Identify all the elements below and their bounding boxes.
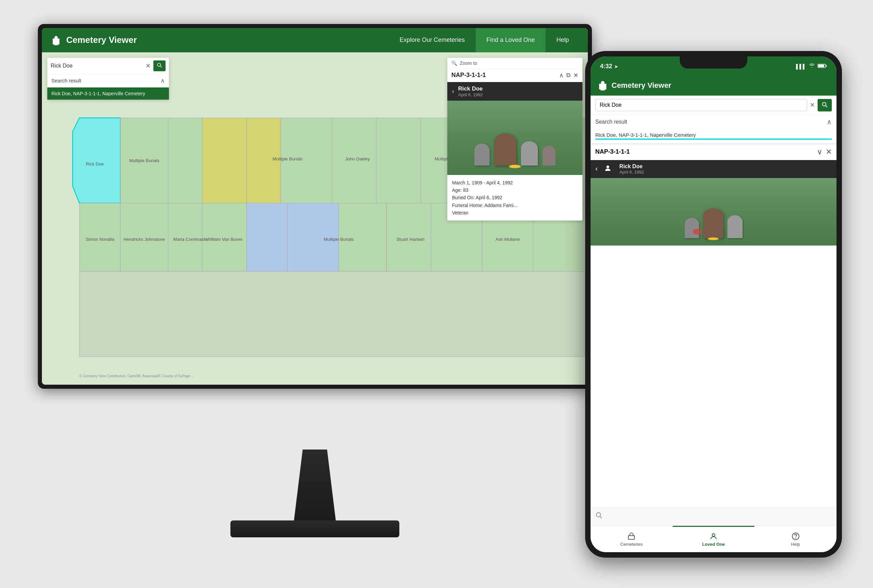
desktop-search-button[interactable] xyxy=(153,60,165,71)
detail-buried: Buried On: April 6, 1992 xyxy=(452,194,578,201)
svg-text:© Cemetery View Contributors, : © Cemetery View Contributors, CartoDB, B… xyxy=(80,374,194,378)
mobile-person-row: ‹ Rick Doe April 6, 1992 xyxy=(591,160,837,178)
mobile-person-prev-button[interactable]: ‹ xyxy=(595,165,598,173)
search-input-row: Rick Doe ✕ xyxy=(47,58,169,74)
svg-line-41 xyxy=(160,66,162,68)
person-date-desktop: April 6, 1992 xyxy=(458,92,578,97)
mobile-phone: 4:32 ➤ ▌▌▌ xyxy=(585,51,842,558)
person-prev-button[interactable]: ‹ xyxy=(452,88,454,95)
mobile-map-search-icon[interactable] xyxy=(595,512,603,521)
mobile-app-header: Cemetery Viewer xyxy=(591,75,837,96)
desktop-search-panel: Rick Doe ✕ Search result ∧ xyxy=(47,58,169,100)
mobile-detail-close-button[interactable]: ✕ xyxy=(826,148,832,156)
svg-rect-19 xyxy=(246,203,287,271)
mobile-nav-help-label: Help xyxy=(791,542,800,547)
desktop-detail-panel: 🔍 Zoom to NAP-3-1-1-1 ∧ ⧉ ✕ xyxy=(447,58,583,221)
svg-rect-47 xyxy=(600,90,605,90)
mobile-app-title: Cemetery Viewer xyxy=(612,81,671,90)
detail-copy-button[interactable]: ⧉ xyxy=(566,72,571,79)
person-name-desktop: Rick Doe xyxy=(458,86,578,92)
grave-scene-desktop xyxy=(447,100,583,175)
svg-text:Hendricks Johnstone: Hendricks Johnstone xyxy=(124,236,165,242)
desktop-search-input[interactable]: Rick Doe xyxy=(51,63,146,69)
zoom-label: Zoom to xyxy=(460,60,477,66)
loved-one-nav-icon xyxy=(709,532,718,540)
mobile-detail-panel: NAP-3-1-1-1 ∨ ✕ ‹ xyxy=(591,144,837,246)
map-container: Rick Doe Multiple Burials Multiple Buria… xyxy=(42,52,588,385)
result-highlight-bar xyxy=(595,138,832,140)
tombstone-icon xyxy=(50,34,62,46)
mobile-nav-loved-one-label: Loved One xyxy=(702,542,725,547)
detail-lot-name: NAP-3-1-1-1 xyxy=(451,72,559,79)
mobile-person-info: Rick Doe April 6, 1992 xyxy=(619,164,644,175)
svg-text:Ash Mullane: Ash Mullane xyxy=(496,236,520,242)
phone-notch xyxy=(680,56,747,69)
svg-point-56 xyxy=(795,538,796,538)
mobile-nav-cemeteries[interactable]: Cemeteries xyxy=(591,526,673,552)
svg-text:John Oakley: John Oakley xyxy=(345,156,370,162)
desktop-monitor: Cemetery Viewer Explore Our Cemeteries F… xyxy=(31,24,599,564)
mobile-nav-help[interactable]: Help xyxy=(754,526,837,552)
location-arrow-icon: ➤ xyxy=(614,64,618,69)
mobile-tombstone-icon xyxy=(597,80,608,91)
phone-screen: 4:32 ➤ ▌▌▌ xyxy=(591,56,837,552)
mobile-detail-down-button[interactable]: ∨ xyxy=(817,148,822,156)
scroll-spacer xyxy=(591,246,837,273)
mobile-nav-cemeteries-label: Cemeteries xyxy=(620,542,643,547)
mobile-results-toggle-icon[interactable]: ∧ xyxy=(827,118,832,126)
cemetery-nav-icon xyxy=(627,532,636,540)
mobile-search-input-row: ✕ xyxy=(591,96,837,115)
monitor-stand xyxy=(284,450,345,524)
mobile-search-input[interactable] xyxy=(595,99,807,111)
mobile-search-button[interactable] xyxy=(817,99,832,111)
detail-age: Age: 83 xyxy=(452,186,578,194)
search-clear-icon[interactable]: ✕ xyxy=(146,62,151,70)
tab-help[interactable]: Help xyxy=(545,28,580,52)
detail-zoom-row: 🔍 Zoom to xyxy=(447,58,583,69)
desktop-person-details: March 1, 1909 - April 4, 1992 Age: 83 Bu… xyxy=(447,175,583,221)
tab-explore-cemeteries[interactable]: Explore Our Cemeteries xyxy=(389,28,476,52)
person-info: Rick Doe April 6, 1992 xyxy=(458,86,578,97)
app-title-desktop: Cemetery Viewer xyxy=(66,35,137,45)
svg-text:Multiple Burials: Multiple Burials xyxy=(129,158,159,163)
mobile-lot-name: NAP-3-1-1-1 xyxy=(595,148,630,155)
detail-actions: ∧ ⧉ ✕ xyxy=(559,72,578,79)
zoom-icon: 🔍 xyxy=(451,60,457,66)
status-time: 4:32 xyxy=(600,63,612,70)
svg-rect-7 xyxy=(202,118,246,203)
detail-close-button[interactable]: ✕ xyxy=(573,72,578,79)
search-toggle-icon[interactable]: ∧ xyxy=(161,77,165,84)
wifi-icon xyxy=(809,63,815,69)
mobile-results-header: Search result ∧ xyxy=(591,115,837,129)
mobile-scroll-area[interactable]: ✕ Search result ∧ Rick Doe, xyxy=(591,96,837,507)
monitor-screen: Cemetery Viewer Explore Our Cemeteries F… xyxy=(42,28,588,385)
svg-marker-4 xyxy=(73,118,120,203)
mobile-nav-loved-one[interactable]: Loved One xyxy=(673,526,755,552)
mobile-results-label: Search result xyxy=(595,119,627,125)
tab-find-loved-one[interactable]: Find a Loved One xyxy=(476,28,545,52)
svg-point-48 xyxy=(822,102,826,106)
desktop-search-result-item[interactable]: Rick Doe, NAP-3-1-1-1, Naperville Cemete… xyxy=(47,87,169,100)
svg-text:Rick Doe: Rick Doe xyxy=(86,162,104,166)
svg-text:Multiple Burials: Multiple Burials xyxy=(273,156,303,162)
detail-up-button[interactable]: ∧ xyxy=(559,72,563,79)
search-results-header: Search result ∧ xyxy=(47,74,169,87)
mobile-detail-actions: ∨ ✕ xyxy=(817,148,832,156)
svg-rect-43 xyxy=(818,65,824,67)
mobile-map-zoom-area xyxy=(591,507,837,525)
svg-rect-0 xyxy=(53,39,59,45)
help-nav-icon xyxy=(792,532,800,540)
detail-title-bar: NAP-3-1-1-1 ∧ ⧉ ✕ xyxy=(447,69,583,82)
mobile-grave-photo xyxy=(591,178,837,246)
search-results-label: Search result xyxy=(51,78,81,83)
battery-icon xyxy=(817,63,827,69)
detail-dates: March 1, 1909 - April 4, 1992 xyxy=(452,179,578,186)
svg-text:William Van Buren: William Van Buren xyxy=(206,236,243,242)
svg-line-52 xyxy=(600,516,602,518)
svg-line-49 xyxy=(825,105,827,107)
mobile-search-clear-icon[interactable]: ✕ xyxy=(810,101,815,109)
svg-rect-2 xyxy=(54,44,59,45)
svg-rect-53 xyxy=(628,536,634,539)
mobile-search-result-item[interactable]: Rick Doe, NAP-3-1-1-1, Naperville Cemete… xyxy=(591,129,837,144)
svg-text:Simon Novalla: Simon Novalla xyxy=(86,236,114,242)
